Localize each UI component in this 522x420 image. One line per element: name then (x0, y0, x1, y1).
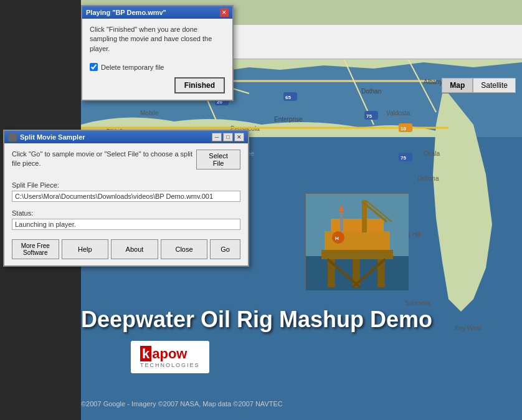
svg-text:Ocala: Ocala (424, 150, 440, 157)
kapow-logo: kapow TECHNOLOGIES (131, 341, 209, 373)
dialog-checkbox-row: Delete temporary file (90, 63, 225, 71)
kapow-name: kapow (140, 346, 200, 362)
dialog-playing-titlebar: Playing "BP Demo.wmv" ✕ (82, 6, 232, 19)
map-toggle: Map Satellite (442, 78, 516, 93)
svg-text:Dothan: Dothan (361, 88, 381, 95)
copyright-text: ©2007 Google - Imagery ©2007 NASA, Map d… (81, 400, 283, 408)
split-file-input[interactable] (12, 191, 240, 202)
finished-button[interactable]: Finished (174, 77, 225, 93)
svg-rect-54 (340, 212, 343, 231)
oil-rig-image: H (305, 193, 408, 290)
delete-temp-checkbox[interactable] (90, 63, 98, 71)
svg-text:75: 75 (366, 113, 372, 119)
help-button[interactable]: Help (62, 239, 109, 259)
dialog-playing-title: Playing "BP Demo.wmv" (86, 9, 166, 16)
svg-text:Valdosta: Valdosta (386, 110, 410, 117)
app-window-titlebar: Split Movie Sampler ─ □ ✕ (4, 131, 248, 143)
footer-buttons: More Free Software Help About Close Go (12, 239, 240, 259)
split-file-label: Split File Piece: (12, 181, 240, 189)
svg-text:Deltona: Deltona (417, 175, 439, 182)
delete-temp-label: Delete temporary file (101, 64, 164, 71)
more-free-software-button[interactable]: More Free Software (12, 239, 59, 259)
dialog-playing-close-btn[interactable]: ✕ (220, 8, 229, 17)
map-toggle-btn[interactable]: Map (442, 78, 473, 93)
dialog-buttons: Finished (90, 77, 225, 93)
dialog-playing-text: Click "Finished" when you are done sampl… (90, 25, 225, 54)
svg-text:65: 65 (285, 95, 291, 100)
select-file-button[interactable]: Select File (196, 150, 240, 169)
app-instruction: Click "Go" to sample movie or "Select Fi… (12, 150, 196, 169)
svg-text:Enterprise: Enterprise (274, 116, 303, 123)
demo-title: Deepwater Oil Rig Mashup Demo (81, 307, 432, 333)
app-window-icon (8, 133, 17, 141)
minimize-button[interactable]: ─ (212, 133, 222, 141)
svg-text:Key West: Key West (455, 325, 482, 332)
go-button[interactable]: Go (210, 239, 240, 259)
svg-text:H: H (335, 236, 339, 241)
svg-text:75: 75 (401, 155, 406, 161)
svg-rect-43 (321, 250, 393, 259)
svg-text:10: 10 (401, 126, 406, 131)
titlebar-left: Split Movie Sampler (8, 133, 85, 141)
satellite-toggle-btn[interactable]: Satellite (473, 78, 516, 93)
status-section: Status: (12, 209, 240, 236)
about-button[interactable]: About (111, 239, 158, 259)
close-button[interactable]: ✕ (234, 133, 244, 141)
maximize-button[interactable]: □ (223, 133, 233, 141)
dialog-playing: Playing "BP Demo.wmv" ✕ Click "Finished"… (81, 5, 234, 101)
svg-text:Albany: Albany (424, 79, 443, 85)
app-window-body: Click "Go" to sample movie or "Select Fi… (4, 143, 248, 265)
status-value (12, 219, 240, 230)
svg-text:Sarasota: Sarasota (405, 300, 430, 307)
titlebar-controls: ─ □ ✕ (212, 133, 244, 141)
app-window: Split Movie Sampler ─ □ ✕ Click "Go" to … (3, 130, 249, 267)
app-window-title: Split Movie Sampler (20, 133, 85, 141)
svg-rect-50 (331, 219, 384, 232)
dialog-playing-body: Click "Finished" when you are done sampl… (82, 19, 232, 100)
svg-text:Mobile: Mobile (140, 110, 159, 117)
kapow-sub: TECHNOLOGIES (140, 362, 200, 368)
close-footer-button[interactable]: Close (161, 239, 208, 259)
status-label: Status: (12, 209, 240, 217)
